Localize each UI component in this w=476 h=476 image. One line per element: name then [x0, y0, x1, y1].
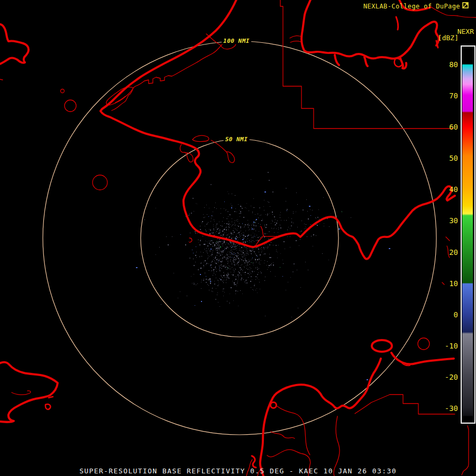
sw-mini-s — [252, 456, 256, 468]
flank-lake-ring — [271, 402, 277, 408]
radar-display: 100 NMI 50 NMI NEXLAB-College of DuPage … — [0, 0, 476, 476]
delta-river-1 — [271, 432, 295, 438]
left-edge-dash — [0, 79, 3, 80]
coast-bump-2 — [364, 57, 368, 66]
d-mark — [189, 238, 192, 242]
colorbar-units-label: [dBZ] — [438, 34, 459, 42]
product-status-bar: SUPER-RESOLUTION BASE REFLECTIVITY 0.5 D… — [0, 467, 476, 475]
range-ring-label-50nmi: 50 NMI — [224, 136, 250, 143]
coast-sw-landmass — [0, 362, 58, 422]
radar-map — [0, 0, 476, 476]
colorbar-tick-20: 20 — [440, 248, 458, 257]
colorbar-tick--10: -10 — [440, 342, 458, 350]
brand-header: NEXLAB-College of DuPage — [363, 2, 469, 10]
colorbar-tick-10: 10 — [440, 279, 458, 288]
delta-river-4 — [277, 406, 310, 455]
colorbar-tick-80: 80 — [440, 60, 458, 69]
island-ring-mid — [93, 175, 107, 190]
coast-nw-island — [0, 24, 29, 64]
islet — [61, 89, 65, 93]
brand-title: NEXLAB-College of DuPage — [363, 3, 460, 10]
colorbar-tick-50: 50 — [440, 154, 458, 162]
sw-islet — [45, 397, 53, 409]
colorbar-tick-60: 60 — [440, 123, 458, 131]
island-worm — [396, 17, 398, 30]
colorbar-gradient — [462, 47, 473, 420]
island-sliver — [193, 135, 209, 141]
colorbar-tick-70: 70 — [440, 91, 458, 100]
colorbar — [461, 45, 475, 424]
range-ring — [141, 139, 338, 337]
colorbar-tick-40: 40 — [440, 185, 458, 194]
island-ring-small — [65, 100, 76, 112]
lake-oval — [372, 340, 392, 352]
coast-bump-1 — [335, 55, 339, 65]
colorbar-tick-30: 30 — [440, 216, 458, 225]
coast-main — [100, 0, 455, 259]
colorbar-tick--20: -20 — [440, 373, 458, 381]
colorbar-tick-0: 0 — [440, 310, 458, 319]
range-rings — [43, 41, 436, 435]
inner-marsh — [12, 391, 31, 395]
lake-ring-east — [418, 338, 429, 350]
flag-vane-icon — [462, 2, 469, 10]
map-coastlines — [0, 0, 455, 476]
spit-thin — [290, 36, 302, 42]
range-ring-label-100nmi: 100 NMI — [222, 38, 251, 44]
colorbar-title: NEXR — [457, 28, 474, 35]
river-fork — [255, 226, 279, 246]
pocket-bay — [211, 140, 234, 163]
barrier-coast-thin — [112, 34, 221, 111]
range-ring — [43, 41, 436, 435]
radar-echoes — [136, 172, 390, 380]
colorbar-tick--30: -30 — [440, 404, 458, 413]
